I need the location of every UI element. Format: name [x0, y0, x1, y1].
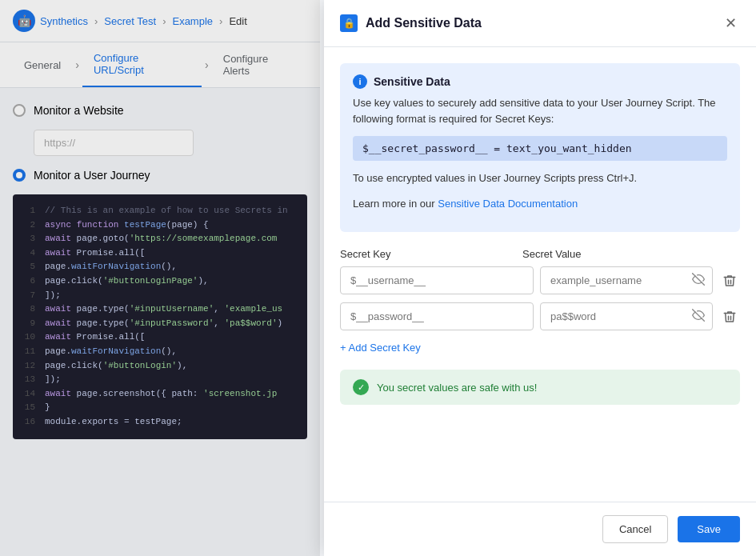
tab-configure-alerts[interactable]: Configure Alerts: [212, 43, 307, 86]
value-input-wrapper-2: [540, 302, 713, 330]
secret-key-input-2[interactable]: [340, 302, 534, 330]
code-example: $__secret_password__ = text_you_want_hid…: [353, 136, 727, 161]
tabs-bar: General › Configure URL/Script › Configu…: [0, 42, 320, 88]
code-line-15: 15 }: [22, 401, 298, 415]
code-editor[interactable]: 1 // This is an example of how to use Se…: [13, 194, 307, 439]
modal-body: i Sensitive Data Use key values to secur…: [324, 47, 756, 502]
field-row-2: [340, 302, 740, 330]
delete-row-2-button[interactable]: [719, 306, 740, 327]
synthetics-icon: 🤖: [13, 10, 35, 32]
eye-icon-1[interactable]: [692, 273, 705, 288]
secret-key-label: Secret Key: [340, 248, 510, 260]
modal-title-group: 🔒 Add Sensitive Data: [340, 14, 482, 32]
secret-value-label: Secret Value: [522, 248, 692, 260]
breadcrumb-example[interactable]: Example: [172, 15, 213, 27]
code-line-7: 7 ]);: [22, 289, 298, 303]
info-description: Use key values to securely add sensitive…: [353, 95, 727, 126]
value-input-wrapper-1: [540, 266, 713, 294]
close-button[interactable]: ✕: [722, 13, 740, 34]
code-line-6: 6 page.click('#buttonLoginPage'),: [22, 274, 298, 289]
breadcrumb-secret-test[interactable]: Secret Test: [104, 15, 156, 27]
field-row-1: [340, 266, 740, 294]
info-box-header: i Sensitive Data: [353, 74, 727, 89]
monitor-website-option[interactable]: Monitor a Website: [13, 104, 307, 117]
lock-icon: 🔒: [340, 14, 358, 32]
secret-value-input-1[interactable]: [540, 266, 713, 294]
secret-key-input-1[interactable]: [340, 266, 534, 294]
code-line-14: 14 await page.screenshot({ path: 'screen…: [22, 387, 298, 402]
breadcrumb-synthetics[interactable]: Synthetics: [40, 15, 88, 27]
modal-footer: Cancel Save: [324, 502, 756, 556]
tab-configure-url[interactable]: Configure URL/Script: [82, 42, 202, 87]
info-title: Sensitive Data: [374, 75, 450, 88]
breadcrumb: 🤖 Synthetics › Secret Test › Example › E…: [0, 0, 320, 42]
sensitive-data-link[interactable]: Sensitive Data Documentation: [438, 198, 578, 210]
code-line-13: 13 ]);: [22, 373, 298, 387]
cancel-button[interactable]: Cancel: [602, 515, 668, 543]
monitor-journey-option[interactable]: Monitor a User Journey: [13, 169, 307, 182]
success-icon: ✓: [353, 379, 369, 395]
secret-value-input-2[interactable]: [540, 302, 713, 330]
success-box: ✓ You secret values are safe with us!: [340, 370, 740, 405]
fields-header: Secret Key Secret Value: [340, 248, 740, 260]
add-sensitive-data-modal: 🔒 Add Sensitive Data ✕ i Sensitive Data …: [324, 0, 756, 556]
journey-option-label: Monitor a User Journey: [34, 169, 150, 182]
code-line-5: 5 page.waitForNavigation(),: [22, 260, 298, 274]
eye-icon-2[interactable]: [692, 309, 705, 324]
code-line-9: 9 await page.type('#inputPassword', 'pa$…: [22, 317, 298, 331]
tab-general[interactable]: General: [13, 50, 72, 81]
add-secret-key-button[interactable]: + Add Secret Key: [340, 338, 421, 357]
code-line-11: 11 page.waitForNavigation(),: [22, 345, 298, 359]
url-input[interactable]: https://: [34, 130, 194, 156]
delete-row-1-button[interactable]: [719, 270, 740, 291]
modal-header: 🔒 Add Sensitive Data ✕: [324, 0, 756, 47]
code-line-1: 1 // This is an example of how to use Se…: [22, 204, 298, 218]
code-line-2: 2 async function testPage(page) {: [22, 218, 298, 233]
learn-more-text: Learn more in our Sensitive Data Documen…: [353, 196, 727, 212]
success-text: You secret values are safe with us!: [377, 382, 537, 394]
info-icon: i: [353, 74, 367, 89]
usage-note: To use encrypted values in User Journey …: [353, 170, 727, 186]
website-radio[interactable]: [13, 104, 26, 117]
info-box: i Sensitive Data Use key values to secur…: [340, 63, 740, 232]
breadcrumb-edit: Edit: [229, 15, 246, 27]
code-line-8: 8 await page.type('#inputUsername', 'exa…: [22, 302, 298, 317]
code-line-16: 16 module.exports = testPage;: [22, 415, 298, 430]
code-line-4: 4 await Promise.all([: [22, 246, 298, 261]
code-line-3: 3 await page.goto('https://someexamplepa…: [22, 232, 298, 246]
modal-title: Add Sensitive Data: [366, 16, 482, 30]
code-line-12: 12 page.click('#buttonLogin'),: [22, 359, 298, 374]
save-button[interactable]: Save: [678, 516, 740, 542]
website-option-label: Monitor a Website: [34, 104, 124, 117]
code-line-10: 10 await Promise.all([: [22, 330, 298, 345]
journey-radio[interactable]: [13, 169, 26, 182]
